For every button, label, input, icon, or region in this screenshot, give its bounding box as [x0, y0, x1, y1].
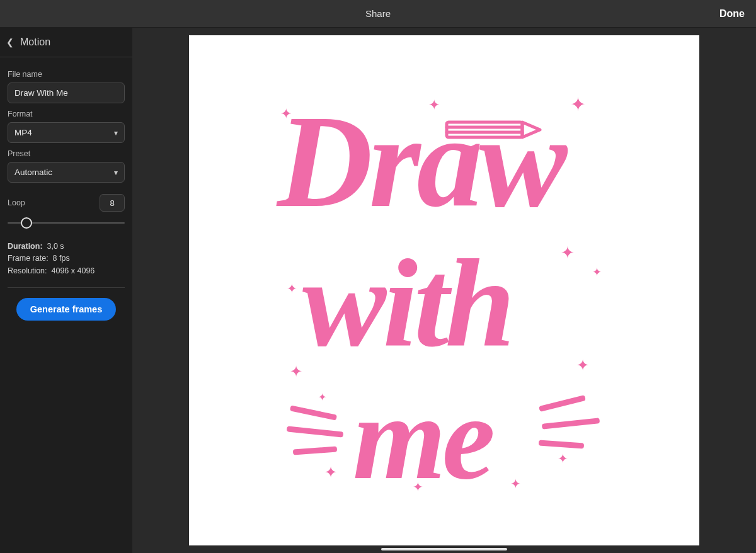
preset-label: Preset	[8, 149, 125, 158]
chevron-down-icon: ▾	[114, 128, 118, 137]
artwork-word-2: with	[302, 231, 512, 375]
format-value: MP4	[14, 128, 32, 137]
artwork-word-1: Draw	[277, 86, 563, 237]
file-name-label: File name	[8, 70, 125, 79]
sparkle-icon: ✦	[285, 193, 294, 207]
panel-title: Motion	[20, 37, 50, 48]
export-sidebar: ❮ Motion File name Format MP4 ▾ Preset A…	[0, 28, 132, 553]
slider-thumb[interactable]	[21, 217, 32, 229]
preset-value: Automatic	[14, 168, 52, 177]
framerate-label: Frame rate:	[8, 254, 49, 263]
loop-row: Loop	[8, 194, 125, 212]
loop-value-input[interactable]	[100, 194, 125, 212]
panel-back-header[interactable]: ❮ Motion	[0, 28, 132, 57]
sparkle-icon: ✦	[290, 363, 302, 380]
format-select[interactable]: MP4 ▾	[8, 122, 125, 143]
framerate-value: 8 fps	[53, 254, 70, 263]
artwork: Draw with me ✦ ✦ ✦ ✦ ✦ ✦ ✦ ✦ ✦ ✦ ✦ ✦ ✦ ✦	[189, 35, 699, 545]
chevron-left-icon: ❮	[6, 37, 14, 47]
ray-decoration	[293, 447, 337, 455]
sparkle-icon: ✦	[428, 97, 440, 113]
artwork-canvas: Draw with me ✦ ✦ ✦ ✦ ✦ ✦ ✦ ✦ ✦ ✦ ✦ ✦ ✦ ✦	[189, 35, 699, 545]
duration-value: 3,0 s	[47, 242, 64, 251]
resolution-label: Resolution:	[8, 266, 47, 275]
sparkle-icon: ✦	[558, 451, 568, 466]
preset-select[interactable]: Automatic ▾	[8, 162, 125, 183]
sparkle-icon: ✦	[576, 356, 589, 374]
file-name-input[interactable]	[8, 83, 125, 103]
ray-decoration	[542, 418, 600, 430]
home-indicator	[381, 548, 507, 550]
sparkle-icon: ✦	[287, 281, 297, 296]
ray-decoration	[290, 405, 337, 420]
panel-body: File name Format MP4 ▾ Preset Automatic …	[0, 57, 132, 321]
sparkle-icon: ✦	[561, 243, 575, 263]
ray-decoration	[539, 440, 584, 448]
sparkle-icon: ✦	[570, 93, 586, 115]
divider	[8, 287, 125, 288]
canvas-area: Draw with me ✦ ✦ ✦ ✦ ✦ ✦ ✦ ✦ ✦ ✦ ✦ ✦ ✦ ✦	[132, 28, 756, 553]
export-meta: Duration: 3,0 s Frame rate: 8 fps Resolu…	[8, 241, 125, 277]
loop-label: Loop	[8, 198, 25, 207]
resolution-value: 4096 x 4096	[52, 266, 95, 275]
format-label: Format	[8, 110, 125, 118]
duration-label: Duration:	[8, 242, 43, 251]
loop-slider[interactable]	[8, 217, 125, 229]
sparkle-icon: ✦	[280, 106, 292, 122]
done-button[interactable]: Done	[719, 0, 745, 28]
topbar-title: Share	[365, 8, 391, 19]
generate-frames-button[interactable]: Generate frames	[16, 298, 116, 321]
sparkle-icon: ✦	[592, 265, 602, 279]
sparkle-icon: ✦	[510, 476, 521, 491]
sparkle-icon: ✦	[413, 479, 423, 494]
ray-decoration	[287, 426, 343, 437]
ray-decoration	[539, 395, 586, 412]
sparkle-icon: ✦	[324, 464, 337, 481]
sparkle-icon: ✦	[318, 391, 326, 403]
main-region: ❮ Motion File name Format MP4 ▾ Preset A…	[0, 28, 756, 553]
top-bar: Share Done	[0, 0, 756, 28]
chevron-down-icon: ▾	[114, 168, 118, 177]
